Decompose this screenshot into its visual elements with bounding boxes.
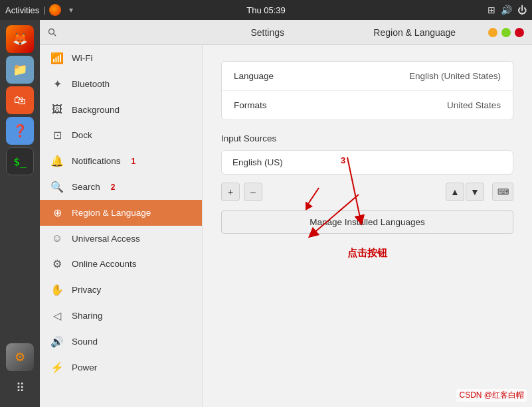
activities-button[interactable]: Activities (5, 5, 39, 15)
sidebar-item-bluetooth[interactable]: ✦ Bluetooth (40, 71, 202, 97)
svg-line-3 (347, 157, 361, 220)
background-icon: 🖼 (50, 104, 64, 116)
sharing-icon: ◁ (50, 309, 64, 322)
sidebar-label-power: Power (72, 363, 97, 372)
formats-value: United States (447, 100, 501, 110)
dock-firefox[interactable]: 🦊 (6, 25, 34, 53)
network-icon[interactable]: ⊞ (488, 5, 495, 15)
dock-settings[interactable]: ⚙ (6, 343, 34, 371)
content-area: 📶 Wi-Fi ✦ Bluetooth 🖼 Background ⊡ Dock … (40, 45, 532, 407)
language-value: English (United States) (409, 71, 501, 81)
watermark: CSDN @红客白帽 (456, 389, 527, 402)
sidebar-label-region: Region & Language (72, 208, 151, 218)
online-accounts-icon: ⚙ (50, 258, 64, 270)
sidebar-item-privacy[interactable]: ✋ Privacy (40, 277, 202, 303)
files-dock-icon: 📁 (13, 62, 27, 77)
formats-row[interactable]: Formats United States (222, 91, 513, 120)
apps-dock-icon: ⠿ (16, 380, 25, 395)
universal-icon: ☺ (50, 232, 64, 244)
dock-software[interactable]: 🛍 (6, 86, 34, 114)
dock-apps[interactable]: ⠿ (6, 374, 34, 402)
sidebar-label-search: Search (72, 182, 100, 192)
svg-text:3: 3 (341, 155, 345, 165)
power-icon: ⚡ (50, 361, 64, 374)
maximize-button[interactable] (501, 28, 511, 37)
right-panel-title: Region & Language (341, 27, 489, 38)
settings-window: Settings Region & Language 📶 Wi-Fi ✦ Blu… (40, 20, 532, 407)
sidebar-item-sharing[interactable]: ◁ Sharing (40, 303, 202, 329)
sidebar-item-dock[interactable]: ⊡ Dock (40, 122, 202, 148)
move-down-button[interactable]: ▼ (466, 183, 484, 201)
minimize-button[interactable] (488, 28, 497, 37)
annotation-1: 1 (132, 157, 136, 166)
sidebar-label-notifications: Notifications (72, 156, 121, 166)
sidebar-label-wifi: Wi-Fi (72, 53, 92, 63)
sidebar-label-privacy: Privacy (72, 285, 101, 295)
sidebar-item-online-accounts[interactable]: ⚙ Online Accounts (40, 251, 202, 277)
software-dock-icon: 🛍 (14, 94, 26, 108)
search-sidebar-icon: 🔍 (50, 181, 64, 193)
topbar-left: Activities | ▾ (5, 4, 73, 16)
left-panel-title: Settings (194, 27, 341, 38)
annotation-arrow-3: 3 (334, 154, 387, 234)
dock-files[interactable]: 📁 (6, 56, 34, 84)
formats-label: Formats (234, 100, 267, 110)
sidebar-item-search[interactable]: 🔍 Search 2 (40, 174, 202, 200)
search-icon (48, 28, 57, 37)
dock-help[interactable]: ❓ (6, 117, 34, 145)
sidebar-item-region[interactable]: ⊕ Region & Language (40, 200, 202, 226)
sidebar-label-universal: Universal Access (72, 234, 140, 244)
keyboard-settings-button[interactable]: ⌨ (492, 183, 513, 201)
main-panel: Language English (United States) Formats… (203, 45, 532, 407)
dock: 🦊 📁 🛍 ❓ $_ ⚙ ⠿ (0, 20, 40, 407)
topbar: Activities | ▾ Thu 05:39 ⊞ 🔊 ⏻ (0, 0, 532, 20)
topbar-clock: Thu 05:39 (246, 5, 286, 15)
language-formats-card: Language English (United States) Formats… (221, 61, 513, 120)
sidebar-label-online-accounts: Online Accounts (72, 259, 137, 269)
power-menu-icon[interactable]: ⏻ (517, 5, 527, 15)
annotation-area: 3 点击按钮 (221, 247, 513, 260)
move-up-button[interactable]: ▲ (446, 183, 464, 201)
close-button[interactable] (515, 28, 524, 37)
sidebar-item-power[interactable]: ⚡ Power (40, 355, 202, 380)
chinese-note-text: 点击按钮 (347, 247, 387, 258)
bluetooth-icon: ✦ (50, 78, 64, 90)
sidebar-item-wifi[interactable]: 📶 Wi-Fi (40, 45, 202, 71)
sidebar-label-dock: Dock (72, 130, 92, 140)
sidebar-item-notifications[interactable]: 🔔 Notifications 1 (40, 148, 202, 174)
keyboard-icon: ⌨ (497, 187, 509, 197)
settings-dock-icon: ⚙ (15, 350, 25, 365)
topbar-separator: | (43, 5, 45, 15)
wifi-icon: 📶 (50, 52, 64, 64)
sidebar-label-sharing: Sharing (72, 311, 103, 321)
sidebar-item-sound[interactable]: 🔊 Sound (40, 329, 202, 355)
svg-line-1 (54, 33, 56, 36)
language-row[interactable]: Language English (United States) (222, 62, 513, 91)
add-input-source-button[interactable]: + (221, 183, 240, 201)
sound-icon: 🔊 (50, 335, 64, 348)
titlebar-search-area[interactable] (48, 28, 194, 37)
dock-terminal[interactable]: $_ (6, 147, 34, 175)
firefox-icon (49, 4, 61, 16)
volume-icon[interactable]: 🔊 (501, 5, 512, 15)
window-controls (488, 28, 524, 37)
sidebar-label-bluetooth: Bluetooth (72, 79, 110, 89)
topbar-dropdown-icon[interactable]: ▾ (69, 5, 73, 15)
reorder-btn-group: ▲ ▼ (446, 183, 484, 201)
sidebar-item-universal[interactable]: ☺ Universal Access (40, 226, 202, 251)
sidebar-label-sound: Sound (72, 337, 98, 347)
terminal-dock-icon: $_ (13, 155, 26, 168)
annotation-2: 2 (111, 183, 116, 192)
window-titlebar: Settings Region & Language (40, 20, 532, 45)
sidebar-item-background[interactable]: 🖼 Background (40, 97, 202, 122)
chinese-note: 点击按钮 (221, 247, 513, 260)
svg-point-0 (49, 29, 54, 34)
topbar-right: ⊞ 🔊 ⏻ (488, 5, 527, 15)
language-label: Language (234, 71, 274, 81)
help-dock-icon: ❓ (13, 123, 27, 138)
remove-input-source-button[interactable]: – (244, 183, 262, 201)
privacy-icon: ✋ (50, 284, 64, 296)
region-icon: ⊕ (50, 206, 64, 219)
input-sources-title: Input Sources (221, 133, 513, 143)
firefox-dock-icon: 🦊 (13, 32, 27, 46)
